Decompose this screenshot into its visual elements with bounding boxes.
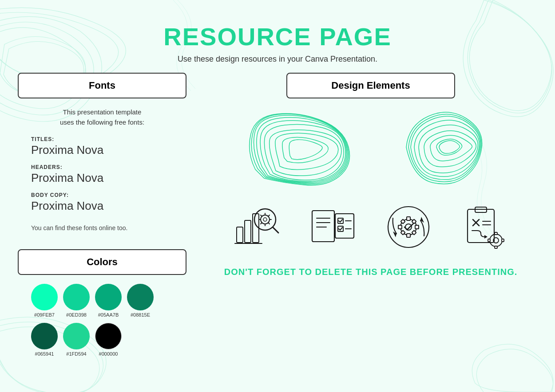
font-entry-titles: TITLES: Proxima Nova	[31, 136, 173, 157]
color-swatch-09feb7	[31, 284, 58, 310]
svg-rect-0	[237, 227, 243, 243]
font-label-headers: HEADERS:	[31, 164, 173, 170]
icon-strategy-clipboard	[457, 200, 511, 254]
color-hex-08815e: #08815E	[131, 312, 150, 318]
colors-grid: #09FEB7 #0ED398 #05AA7B #08815E	[18, 275, 186, 361]
right-panel: Design Elements	[204, 73, 537, 361]
color-hex-09feb7: #09FEB7	[34, 312, 55, 318]
topo-shape-2	[384, 107, 500, 187]
color-item-1fd594: #1FD594	[63, 323, 90, 357]
svg-rect-2	[253, 214, 259, 243]
page-subtitle: Use these design resources in your Canva…	[0, 55, 555, 64]
font-entry-headers: HEADERS: Proxima Nova	[31, 164, 173, 185]
color-item-000000: #000000	[95, 323, 122, 357]
color-hex-000000: #000000	[99, 351, 118, 357]
svg-rect-1	[245, 220, 251, 243]
icon-circular-gears	[382, 200, 435, 254]
color-item-09feb7: #09FEB7	[31, 284, 58, 318]
color-item-0ed398: #0ED398	[63, 284, 90, 318]
color-hex-065941: #065941	[35, 351, 54, 357]
svg-line-14	[273, 227, 278, 233]
icon-data-analysis	[231, 200, 284, 254]
color-item-08815e: #08815E	[127, 284, 154, 318]
font-name-titles: Proxima Nova	[31, 143, 173, 157]
page-header: RESOURCE PAGE Use these design resources…	[0, 0, 555, 64]
fonts-footer: You can find these fonts online too.	[18, 224, 186, 236]
svg-rect-51	[502, 239, 504, 242]
page-title: RESOURCE PAGE	[0, 22, 555, 51]
color-item-05aa7b: #05AA7B	[95, 284, 122, 318]
footer-text: DON'T FORGET TO DELETE THIS PAGE BEFORE …	[209, 267, 533, 277]
font-label-body: BODY COPY:	[31, 192, 173, 198]
font-label-titles: TITLES:	[31, 136, 173, 142]
icon-document-checklist	[306, 200, 360, 254]
svg-line-11	[268, 223, 270, 224]
svg-rect-30	[407, 217, 410, 220]
svg-point-25	[388, 207, 429, 247]
svg-point-46	[490, 234, 502, 247]
font-entry-body: BODY COPY: Proxima Nova	[31, 192, 173, 213]
svg-point-3	[254, 209, 276, 230]
footer-warning: DON'T FORGET TO DELETE THIS PAGE BEFORE …	[204, 263, 537, 282]
color-swatch-1fd594	[63, 323, 90, 349]
font-name-body: Proxima Nova	[31, 199, 173, 213]
design-elements-header: Design Elements	[204, 73, 537, 98]
svg-rect-33	[415, 225, 419, 229]
color-swatch-000000	[95, 323, 122, 349]
svg-rect-31	[407, 234, 410, 237]
color-hex-1fd594: #1FD594	[66, 351, 86, 357]
svg-marker-45	[484, 235, 488, 239]
svg-rect-32	[398, 225, 402, 229]
color-row-1: #09FEB7 #0ED398 #05AA7B #08815E	[31, 284, 173, 318]
colors-section: Colors #09FEB7 #0ED398	[18, 249, 186, 361]
svg-rect-50	[488, 239, 490, 242]
left-panel: Fonts This presentation template uses th…	[18, 73, 186, 361]
topo-shape-1	[242, 107, 357, 187]
svg-line-10	[261, 215, 262, 216]
svg-line-12	[261, 223, 262, 224]
color-row-2: #065941 #1FD594 #000000	[31, 323, 173, 357]
fonts-description: This presentation template uses the foll…	[31, 107, 173, 127]
color-swatch-05aa7b	[95, 284, 122, 310]
svg-line-13	[268, 215, 270, 216]
fonts-header: Fonts	[18, 73, 186, 98]
color-swatch-065941	[31, 323, 58, 349]
svg-point-5	[263, 218, 267, 221]
color-swatch-08815e	[127, 284, 154, 310]
colors-header: Colors	[18, 249, 186, 275]
color-hex-0ed398: #0ED398	[66, 312, 87, 318]
fonts-section: Fonts This presentation template uses th…	[18, 73, 186, 236]
shapes-row	[204, 107, 537, 187]
svg-rect-48	[495, 232, 497, 235]
color-swatch-0ed398	[63, 284, 90, 310]
svg-rect-16	[312, 211, 334, 242]
design-elements-title: Design Elements	[286, 73, 455, 98]
icons-row	[204, 200, 537, 254]
color-item-065941: #065941	[31, 323, 58, 357]
color-hex-05aa7b: #05AA7B	[98, 312, 119, 318]
svg-rect-49	[495, 246, 497, 248]
font-name-headers: Proxima Nova	[31, 171, 173, 185]
